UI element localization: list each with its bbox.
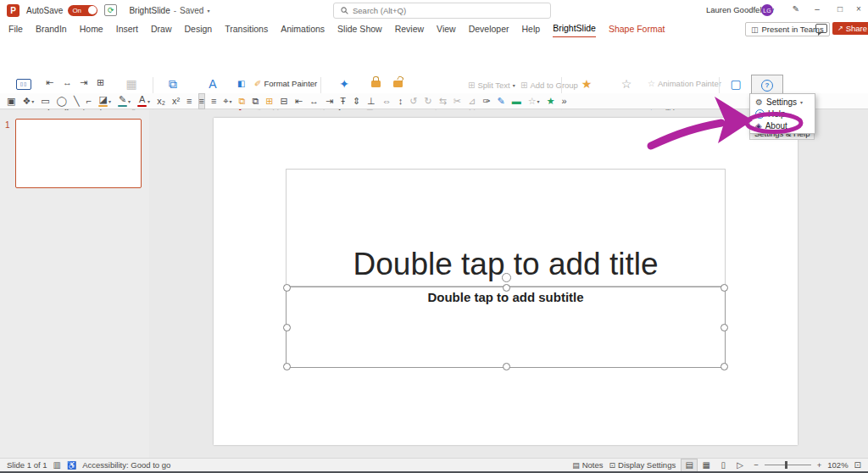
oval-icon[interactable]: ◯: [57, 94, 67, 109]
menu-item-about[interactable]: ◈ About: [750, 120, 815, 131]
maximize-button[interactable]: □: [832, 4, 848, 14]
resize-handle-sw[interactable]: [283, 363, 291, 370]
align-objects-middle-icon[interactable]: ⇕: [353, 94, 360, 109]
tab-brightslide[interactable]: BrightSlide: [553, 19, 596, 38]
outline-color-icon[interactable]: ✎▾: [118, 94, 131, 109]
menu-item-help[interactable]: ? Help ▾: [750, 108, 815, 120]
align-objects-right-icon[interactable]: ⇥: [326, 94, 333, 109]
elbow-connector-icon[interactable]: ⌐: [86, 94, 92, 109]
tab-design[interactable]: Design: [185, 20, 213, 37]
copy-fill-button[interactable]: ◧: [237, 77, 245, 90]
rectangle-icon[interactable]: ▭: [41, 94, 49, 109]
resize-handle-w[interactable]: [283, 324, 291, 331]
zoom-in-button[interactable]: +: [817, 460, 822, 470]
ink-icon[interactable]: ✎: [788, 4, 804, 14]
slide-canvas[interactable]: Double tap to add title Double tap to ad…: [214, 118, 798, 445]
favorites-dropdown-icon[interactable]: ☆▾: [528, 94, 540, 109]
tab-insert[interactable]: Insert: [116, 20, 138, 37]
search-input[interactable]: Search (Alt+Q): [333, 3, 551, 19]
distribute-grid-icon[interactable]: ⊞: [97, 76, 112, 89]
tab-shape-format[interactable]: Shape Format: [609, 20, 665, 37]
document-title[interactable]: BrightSlide - Saved ▾: [129, 6, 209, 15]
shapes-icon[interactable]: ❖▾: [22, 94, 34, 109]
fit-slide-button[interactable]: ⊡: [854, 460, 861, 470]
title-placeholder[interactable]: Double tap to add title: [286, 169, 726, 287]
tab-review[interactable]: Review: [395, 20, 424, 37]
zoom-out-button[interactable]: −: [754, 460, 759, 470]
tab-file[interactable]: File: [8, 20, 23, 37]
slide-sorter-button[interactable]: ▦: [698, 459, 714, 471]
rotate-right-icon[interactable]: ↻: [424, 94, 431, 109]
avatar[interactable]: LG: [761, 4, 773, 16]
tab-slide-show[interactable]: Slide Show: [337, 20, 382, 37]
tab-help[interactable]: Help: [522, 20, 541, 37]
send-to-back-icon[interactable]: ⊟: [281, 94, 288, 109]
fill-color-icon[interactable]: ◪▾: [98, 94, 111, 109]
format-painter-button[interactable]: ✐ Format Painter: [254, 77, 317, 90]
font-color-icon[interactable]: A▾: [137, 94, 150, 109]
align-text-center-icon[interactable]: ≡: [199, 94, 204, 109]
distribute-horizontal-icon[interactable]: ⇔: [382, 94, 392, 109]
resize-handle-e[interactable]: [721, 324, 728, 331]
powerpoint-app-icon[interactable]: P: [7, 4, 19, 17]
align-center-icon[interactable]: ↔: [63, 76, 78, 89]
send-backward-icon[interactable]: ⧉: [252, 94, 259, 109]
subscript-icon[interactable]: x₂: [157, 94, 165, 109]
tab-home[interactable]: Home: [80, 20, 103, 37]
resize-handle-se[interactable]: [721, 363, 728, 370]
minimize-button[interactable]: –: [810, 4, 825, 14]
normal-view-button[interactable]: ▤: [682, 459, 697, 471]
resize-handle-n[interactable]: [503, 284, 510, 292]
unlock-icon[interactable]: [393, 76, 403, 89]
reading-view-button[interactable]: ▯: [715, 459, 731, 471]
display-settings-button[interactable]: ⊡ Display Settings: [609, 460, 676, 470]
accessibility-status[interactable]: Accessibility: Good to go: [82, 460, 170, 470]
tab-brandin[interactable]: BrandIn: [36, 20, 67, 37]
align-objects-bottom-icon[interactable]: ⊥: [367, 94, 376, 109]
align-objects-center-icon[interactable]: ↔: [309, 94, 319, 109]
lock-icon[interactable]: [371, 76, 381, 89]
split-text-button[interactable]: ⊞ Split Text ▾: [468, 79, 515, 92]
animation-painter-button[interactable]: ☆ Animation Painter: [648, 77, 721, 90]
zoom-slider[interactable]: [765, 465, 811, 465]
align-right-icon[interactable]: ⇥: [80, 76, 95, 89]
close-button[interactable]: ×: [851, 4, 866, 14]
laser-pointer-icon[interactable]: ▬: [512, 94, 521, 109]
ink-pen-icon[interactable]: ✎: [498, 94, 505, 109]
crop-icon[interactable]: ✂: [453, 94, 461, 109]
align-text-right-icon[interactable]: ≡: [211, 94, 216, 109]
menu-item-settings[interactable]: ⚙ Settings ▾: [750, 96, 815, 108]
size-position-icon[interactable]: ⌖▾: [223, 94, 231, 109]
eyedropper-icon[interactable]: ✑: [482, 94, 490, 109]
superscript-icon[interactable]: x²: [172, 94, 180, 109]
tab-draw[interactable]: Draw: [151, 20, 172, 37]
merge-shapes-icon[interactable]: ⊿: [468, 94, 476, 109]
tab-developer[interactable]: Developer: [469, 20, 509, 37]
comments-icon[interactable]: [815, 24, 827, 33]
resize-handle-nw[interactable]: [283, 284, 291, 292]
share-button[interactable]: ↗ Share: [832, 22, 868, 35]
align-left-icon[interactable]: ⇤: [46, 76, 61, 89]
flip-icon[interactable]: ⇆: [439, 94, 447, 109]
rotate-text-icon[interactable]: Ŧ: [340, 94, 346, 109]
slideshow-button[interactable]: ▷: [732, 459, 748, 471]
rotate-left-icon[interactable]: ↺: [409, 94, 417, 109]
resize-handle-ne[interactable]: [721, 284, 728, 292]
bring-to-front-icon[interactable]: ⊞: [265, 94, 273, 109]
save-icon[interactable]: ⟳: [104, 4, 117, 16]
zoom-level[interactable]: 102%: [827, 460, 848, 470]
proofing-icon[interactable]: ▥: [53, 460, 61, 470]
align-text-left-icon[interactable]: ≡: [186, 94, 192, 109]
more-tools-icon[interactable]: »: [562, 94, 567, 109]
tab-transitions[interactable]: Transitions: [225, 20, 268, 37]
insert-textbox-icon[interactable]: ▣: [7, 94, 15, 109]
notes-button[interactable]: ▤ Notes: [572, 460, 603, 470]
zoom-slider-thumb[interactable]: [785, 461, 787, 469]
favorites-icon[interactable]: ★: [547, 94, 555, 109]
distribute-vertical-icon[interactable]: ↕: [398, 94, 403, 109]
line-icon[interactable]: ╲: [74, 94, 80, 109]
tab-view[interactable]: View: [437, 20, 456, 37]
slide-thumbnail[interactable]: [15, 119, 142, 188]
subtitle-placeholder[interactable]: Double tap to add subtitle: [286, 287, 726, 368]
rotate-handle[interactable]: [502, 273, 511, 282]
